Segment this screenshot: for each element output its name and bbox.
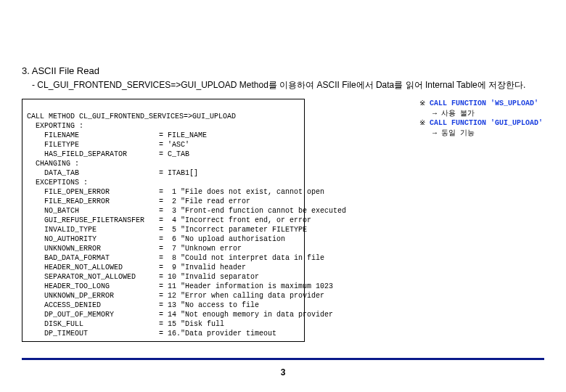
section-title: 3. ASCII File Read xyxy=(22,65,544,76)
code-line: GUI_REFUSE_FILETRANSFER= 4 "Incorrect fr… xyxy=(27,216,311,224)
code-line: UNKNOWN_ERROR= 7 "Unknown error xyxy=(27,245,242,253)
section-desc: - CL_GUI_FRONTEND_SERVICES=>GUI_UPLOAD M… xyxy=(32,79,544,91)
code-line: DISK_FULL= 15 "Disk full xyxy=(27,320,224,328)
side-note-func1: CALL FUNCTION 'WS_UPLOAD' xyxy=(430,99,538,107)
code-line: DP_TIMEOUT= 16."Data provider timeout xyxy=(27,330,276,338)
footer-rule xyxy=(22,358,544,360)
code-line: NO_BATCH= 3 "Front-end function cannot b… xyxy=(27,207,346,215)
side-note-text: → 동일 기능 xyxy=(419,128,543,139)
side-note-text: → 사용 불가 xyxy=(419,109,543,119)
code-line: FILE_OPEN_ERROR= 1 "File does not exist,… xyxy=(27,188,324,196)
page-number: 3 xyxy=(0,367,566,377)
code-line: FILE_READ_ERROR= 2 "File read error xyxy=(27,197,250,205)
code-line: HEADER_TOO_LONG= 11 "Header information … xyxy=(27,282,333,290)
side-note-func2: CALL FUNCTION 'GUI_UPLOAD' xyxy=(430,119,543,127)
code-line: HEADER_NOT_ALLOWED= 9 "Invalid header xyxy=(27,264,246,271)
code-line: BAD_DATA_FORMAT= 8 "Could not interpret … xyxy=(27,254,324,262)
code-line: FILETYPE= 'ASC' xyxy=(27,141,189,149)
code-line: INVALID_TYPE= 5 "Incorrect parameter FIL… xyxy=(27,226,307,234)
code-line: UNKNOWN_DP_ERROR= 12 "Error when calling… xyxy=(27,292,324,300)
code-line: CHANGING : xyxy=(27,160,79,168)
code-line: SEPARATOR_NOT_ALLOWED= 10 "Invalid separ… xyxy=(27,273,259,281)
code-line: FILENAME= FILE_NAME xyxy=(27,131,207,139)
code-block: CALL METHOD CL_GUI_FRONTEND_SERVICES=>GU… xyxy=(22,99,305,342)
code-line: DP_OUT_OF_MEMORY= 14 "Not enough memory … xyxy=(27,311,333,319)
code-line: HAS_FIELD_SEPARATOR= C_TAB xyxy=(27,150,189,158)
code-line: NO_AUTHORITY= 6 "No upload authorisation xyxy=(27,235,285,243)
code-line: ACCESS_DENIED= 13 "No access to file xyxy=(27,301,259,309)
code-line: CALL METHOD CL_GUI_FRONTEND_SERVICES=>GU… xyxy=(27,113,236,121)
code-line: EXCEPTIONS : xyxy=(27,179,88,187)
side-note: ※ CALL FUNCTION 'WS_UPLOAD' → 사용 불가 ※ CA… xyxy=(419,99,543,138)
code-line: DATA_TAB= ITAB1[] xyxy=(27,169,198,177)
code-line: EXPORTING : xyxy=(27,122,83,130)
